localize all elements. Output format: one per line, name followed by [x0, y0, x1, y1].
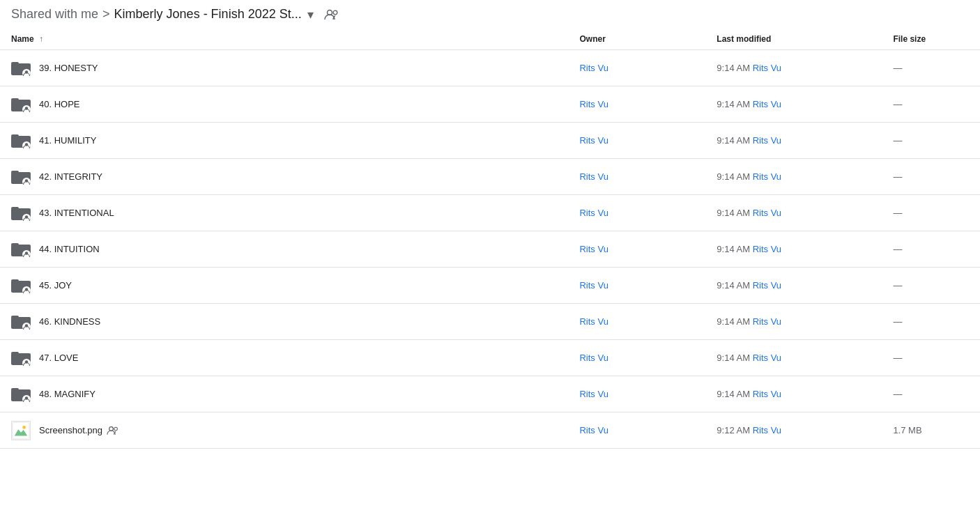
table-row[interactable]: 42. INTEGRITYRits Vu9:14 AM Rits Vu—	[0, 159, 980, 195]
modified-by-link[interactable]: Rits Vu	[753, 280, 781, 291]
owner-link[interactable]: Rits Vu	[579, 244, 608, 254]
shared-folder-icon	[11, 387, 31, 402]
modified-cell: 9:14 AM Rits Vu	[705, 159, 882, 195]
table-header-row: Name ↑ Owner Last modified File size	[0, 29, 980, 50]
name-cell: 40. HOPE	[11, 97, 557, 112]
svg-rect-7	[11, 98, 19, 101]
name-cell: 46. KINDNESS	[11, 314, 557, 330]
svg-rect-19	[11, 207, 19, 210]
table-row[interactable]: 39. HONESTYRits Vu9:14 AM Rits Vu—	[0, 50, 980, 86]
shared-folder-icon	[11, 350, 31, 366]
name-cell: 44. INTUITION	[11, 242, 557, 257]
breadcrumb-separator: >	[102, 7, 110, 22]
file-table: Name ↑ Owner Last modified File size 39.…	[0, 29, 980, 449]
table-row[interactable]: 46. KINDNESSRits Vu9:14 AM Rits Vu—	[0, 304, 980, 340]
table-row[interactable]: Screenshot.png Rits Vu9:12 AM Rits Vu1.7…	[0, 412, 980, 449]
breadcrumb-shared-with-me[interactable]: Shared with me	[11, 7, 98, 22]
modified-cell: 9:14 AM Rits Vu	[705, 195, 882, 231]
svg-rect-27	[11, 279, 19, 282]
owner-link[interactable]: Rits Vu	[579, 353, 608, 363]
shared-folder-icon	[11, 133, 31, 148]
modified-cell: 9:14 AM Rits Vu	[705, 231, 882, 268]
image-file-icon	[11, 421, 31, 440]
item-name: 41. HUMILITY	[39, 135, 96, 146]
file-size-cell: —	[882, 304, 980, 340]
owner-link[interactable]: Rits Vu	[579, 208, 608, 218]
svg-rect-31	[11, 316, 19, 318]
table-row[interactable]: 43. INTENTIONALRits Vu9:14 AM Rits Vu—	[0, 195, 980, 231]
col-header-name[interactable]: Name ↑	[0, 29, 568, 50]
item-name: 39. HONESTY	[39, 63, 98, 73]
table-row[interactable]: 40. HOPERits Vu9:14 AM Rits Vu—	[0, 86, 980, 123]
modified-by-link[interactable]: Rits Vu	[753, 99, 781, 109]
breadcrumb-current-folder: Kimberly Jones - Finish 2022 St... ▾	[114, 7, 317, 22]
shared-folder-icon[interactable]	[324, 9, 339, 20]
table-row[interactable]: 44. INTUITIONRits Vu9:14 AM Rits Vu—	[0, 231, 980, 268]
svg-point-46	[114, 428, 118, 431]
modified-cell: 9:14 AM Rits Vu	[705, 304, 882, 340]
item-name: 47. LOVE	[39, 353, 78, 363]
svg-rect-23	[11, 243, 19, 246]
owner-link[interactable]: Rits Vu	[579, 171, 608, 182]
file-size-cell: 1.7 MB	[882, 412, 980, 449]
breadcrumb: Shared with me > Kimberly Jones - Finish…	[0, 0, 980, 29]
item-name: 42. INTEGRITY	[39, 171, 102, 182]
shared-folder-icon	[11, 206, 31, 221]
owner-link[interactable]: Rits Vu	[579, 99, 608, 109]
item-name: 40. HOPE	[39, 99, 80, 109]
owner-link[interactable]: Rits Vu	[579, 280, 608, 291]
table-row[interactable]: 45. JOYRits Vu9:14 AM Rits Vu—	[0, 268, 980, 304]
file-size-cell: —	[882, 231, 980, 268]
modified-cell: 9:12 AM Rits Vu	[705, 412, 882, 449]
item-name: 45. JOY	[39, 280, 72, 291]
file-size-cell: —	[882, 340, 980, 376]
chevron-down-icon[interactable]: ▾	[305, 8, 317, 21]
table-row[interactable]: 47. LOVERits Vu9:14 AM Rits Vu—	[0, 340, 980, 376]
modified-by-link[interactable]: Rits Vu	[753, 353, 781, 363]
modified-cell: 9:14 AM Rits Vu	[705, 50, 882, 86]
name-cell: 45. JOY	[11, 278, 557, 293]
col-header-owner[interactable]: Owner	[568, 29, 705, 50]
col-header-file-size[interactable]: File size	[882, 29, 980, 50]
svg-point-1	[333, 10, 337, 15]
shared-folder-icon	[11, 169, 31, 185]
name-cell: 47. LOVE	[11, 350, 557, 366]
modified-cell: 9:14 AM Rits Vu	[705, 376, 882, 412]
modified-by-link[interactable]: Rits Vu	[753, 135, 781, 146]
file-size-cell: —	[882, 86, 980, 123]
svg-rect-3	[11, 62, 19, 65]
modified-by-link[interactable]: Rits Vu	[753, 389, 781, 399]
name-cell: Screenshot.png	[11, 421, 557, 440]
item-name: Screenshot.png	[39, 425, 119, 436]
modified-by-link[interactable]: Rits Vu	[753, 244, 781, 254]
modified-by-link[interactable]: Rits Vu	[753, 425, 781, 435]
svg-rect-11	[11, 134, 19, 137]
name-cell: 39. HONESTY	[11, 61, 557, 76]
shared-folder-icon	[11, 278, 31, 293]
current-folder-name[interactable]: Kimberly Jones - Finish 2022 St...	[114, 7, 302, 22]
modified-by-link[interactable]: Rits Vu	[753, 63, 781, 73]
owner-link[interactable]: Rits Vu	[579, 389, 608, 399]
file-size-cell: —	[882, 123, 980, 159]
owner-link[interactable]: Rits Vu	[579, 425, 608, 435]
table-row[interactable]: 48. MAGNIFYRits Vu9:14 AM Rits Vu—	[0, 376, 980, 412]
shared-folder-icon	[11, 242, 31, 257]
shared-folder-icon	[11, 314, 31, 330]
modified-by-link[interactable]: Rits Vu	[753, 208, 781, 218]
name-cell: 43. INTENTIONAL	[11, 206, 557, 221]
col-header-last-modified[interactable]: Last modified	[705, 29, 882, 50]
modified-by-link[interactable]: Rits Vu	[753, 171, 781, 182]
name-cell: 41. HUMILITY	[11, 133, 557, 148]
svg-rect-15	[11, 171, 19, 173]
svg-rect-39	[11, 388, 19, 391]
name-cell: 42. INTEGRITY	[11, 169, 557, 185]
table-row[interactable]: 41. HUMILITYRits Vu9:14 AM Rits Vu—	[0, 123, 980, 159]
modified-cell: 9:14 AM Rits Vu	[705, 86, 882, 123]
owner-link[interactable]: Rits Vu	[579, 135, 608, 146]
svg-rect-42	[13, 422, 29, 438]
owner-link[interactable]: Rits Vu	[579, 316, 608, 327]
shared-folder-icon	[11, 97, 31, 112]
modified-by-link[interactable]: Rits Vu	[753, 316, 781, 327]
owner-link[interactable]: Rits Vu	[579, 63, 608, 73]
file-size-cell: —	[882, 268, 980, 304]
